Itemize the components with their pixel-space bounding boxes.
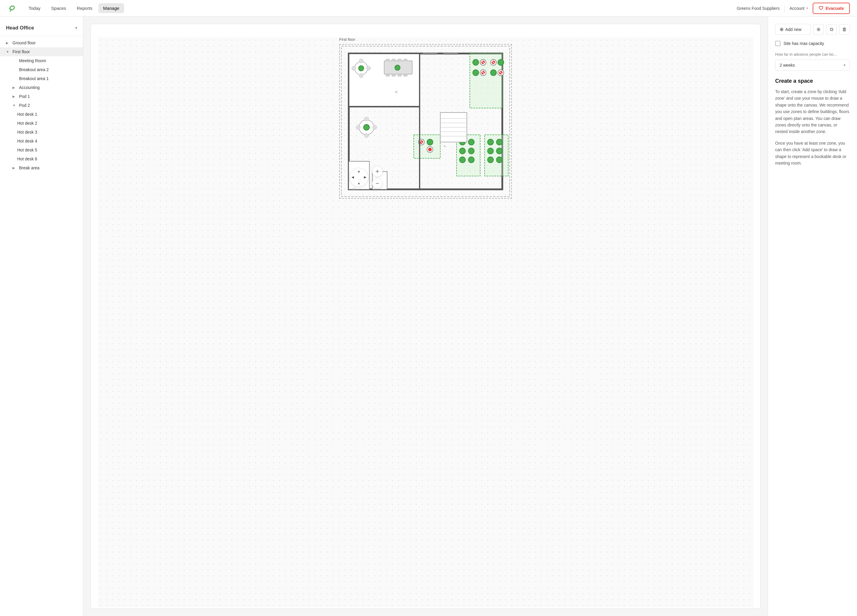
pan-down-button[interactable]: ▼ bbox=[357, 182, 360, 186]
advance-booking-select[interactable]: 2 weeks ▾ bbox=[775, 59, 850, 71]
sidebar-item-label: Hot desk 3 bbox=[17, 130, 37, 135]
nav-manage[interactable]: Manage bbox=[99, 3, 124, 13]
svg-point-48 bbox=[469, 148, 474, 154]
svg-rect-5 bbox=[391, 59, 396, 61]
svg-rect-8 bbox=[386, 74, 390, 76]
canvas-container[interactable]: First floor bbox=[90, 24, 761, 609]
add-new-label: Add new bbox=[785, 27, 801, 32]
sidebar-item-label: Hot desk 2 bbox=[17, 121, 37, 125]
zoom-controls: + − bbox=[372, 166, 383, 189]
sidebar-item-label: Break area bbox=[19, 166, 39, 170]
sidebar-item-hot-desk-6[interactable]: Hot desk 6 bbox=[0, 155, 83, 163]
shield-icon: 🛡 bbox=[818, 6, 823, 11]
sidebar-location-title: Head Office bbox=[6, 25, 34, 31]
create-space-description-1: To start, create a zone by clicking 'Add… bbox=[775, 88, 850, 135]
sidebar-title-row: Head Office ▾ bbox=[0, 23, 83, 36]
location-dropdown-arrow[interactable]: ▾ bbox=[75, 26, 77, 30]
company-name: Greens Food Suppliers bbox=[737, 6, 780, 11]
floor-plan[interactable]: ✕ bbox=[339, 44, 512, 199]
svg-rect-6 bbox=[398, 59, 402, 61]
tree-arrow-pod-1: ▶ bbox=[12, 94, 17, 99]
sidebar-item-label: Pod 2 bbox=[19, 103, 30, 108]
sidebar-item-hot-desk-2[interactable]: Hot desk 2 bbox=[0, 119, 83, 128]
zoom-in-button[interactable]: + bbox=[372, 166, 383, 177]
svg-point-52 bbox=[487, 139, 493, 145]
page-layout: Head Office ▾ ▶ Ground floor ▼ First flo… bbox=[0, 17, 857, 616]
sidebar-item-label: Ground floor bbox=[12, 40, 36, 45]
account-menu[interactable]: Account ▾ bbox=[789, 6, 808, 11]
floor-label: First floor bbox=[339, 37, 512, 42]
sidebar-item-pod-1[interactable]: ▶ Pod 1 bbox=[0, 92, 83, 101]
site-capacity-checkbox[interactable] bbox=[775, 41, 781, 46]
sidebar-item-ground-floor[interactable]: ▶ Ground floor bbox=[0, 39, 83, 47]
advance-booking-value: 2 weeks bbox=[780, 63, 795, 68]
create-space-title: Create a space bbox=[775, 78, 850, 84]
tree-arrow-ground-floor: ▶ bbox=[6, 41, 11, 45]
zoom-out-button[interactable]: − bbox=[372, 178, 383, 189]
svg-point-46 bbox=[469, 139, 474, 145]
sidebar-item-hot-desk-4[interactable]: Hot desk 4 bbox=[0, 136, 83, 145]
svg-rect-37 bbox=[414, 135, 440, 158]
tree-arrow-break-area: ▶ bbox=[12, 166, 17, 170]
sidebar-item-hot-desk-3[interactable]: Hot desk 3 bbox=[0, 128, 83, 136]
sidebar-item-label: Hot desk 6 bbox=[17, 156, 37, 161]
svg-point-70 bbox=[365, 117, 369, 121]
map-controls: ▲ ◀ ▶ ▼ + − bbox=[350, 166, 383, 189]
svg-point-21 bbox=[473, 59, 479, 65]
svg-point-56 bbox=[487, 157, 493, 163]
svg-point-69 bbox=[364, 124, 370, 130]
sidebar-item-label: First floor bbox=[12, 50, 30, 54]
tree-arrow-accounting: ▶ bbox=[12, 86, 17, 90]
pan-left-button[interactable]: ◀ bbox=[351, 175, 354, 179]
sidebar-item-first-floor[interactable]: ▼ First floor bbox=[0, 47, 83, 56]
svg-rect-10 bbox=[398, 74, 402, 76]
chevron-down-icon: ▾ bbox=[806, 6, 808, 10]
svg-rect-7 bbox=[404, 59, 408, 61]
evacuate-button[interactable]: 🛡 Evacuate bbox=[813, 3, 850, 14]
evacuate-label: Evacuate bbox=[826, 6, 844, 11]
sidebar-item-pod-2[interactable]: ▼ Pod 2 bbox=[0, 101, 83, 110]
sidebar-item-hot-desk-1[interactable]: Hot desk 1 bbox=[0, 110, 83, 119]
svg-point-71 bbox=[365, 134, 369, 138]
svg-point-43 bbox=[428, 148, 432, 151]
sidebar-item-meeting-room[interactable]: Meeting Room bbox=[0, 56, 83, 65]
sidebar-item-label: Hot desk 1 bbox=[17, 112, 37, 117]
nav-reports[interactable]: Reports bbox=[72, 3, 97, 13]
svg-point-33 bbox=[490, 70, 497, 76]
copy-icon: ⧉ bbox=[830, 27, 833, 32]
site-capacity-label[interactable]: Site has max capacity bbox=[783, 41, 824, 46]
site-capacity-row: Site has max capacity bbox=[775, 41, 850, 46]
add-new-button[interactable]: ⊕ Add new bbox=[775, 24, 811, 35]
sidebar-item-breakout-area-2[interactable]: Breakout area 2 bbox=[0, 65, 83, 74]
sidebar-item-break-area[interactable]: ▶ Break area bbox=[0, 163, 83, 172]
sidebar-item-label: Hot desk 5 bbox=[17, 148, 37, 152]
svg-text:✕: ✕ bbox=[394, 90, 398, 94]
select-chevron-icon: ▾ bbox=[844, 63, 845, 67]
pan-control[interactable]: ▲ ◀ ▶ ▼ bbox=[350, 168, 368, 187]
copy-tool-button[interactable]: ⧉ bbox=[826, 24, 837, 35]
pan-right-button[interactable]: ▶ bbox=[364, 175, 366, 179]
sidebar-item-label: Breakout area 2 bbox=[19, 67, 49, 72]
tree-arrow-first-floor: ▼ bbox=[6, 50, 11, 54]
svg-point-16 bbox=[359, 73, 364, 78]
panel-toolbar: ⊕ Add new ⊕ ⧉ 🗑 bbox=[775, 24, 850, 35]
svg-point-49 bbox=[459, 157, 466, 163]
svg-point-17 bbox=[352, 66, 356, 70]
target-tool-button[interactable]: ⊕ bbox=[813, 24, 824, 35]
sidebar-item-hot-desk-5[interactable]: Hot desk 5 bbox=[0, 145, 83, 155]
svg-rect-11 bbox=[404, 74, 408, 76]
delete-tool-button[interactable]: 🗑 bbox=[839, 24, 850, 35]
nav-spaces[interactable]: Spaces bbox=[46, 3, 71, 13]
svg-point-55 bbox=[497, 148, 502, 154]
sidebar-item-breakout-area-1[interactable]: Breakout area 1 bbox=[0, 74, 83, 83]
svg-text:✕: ✕ bbox=[443, 145, 446, 148]
svg-point-47 bbox=[459, 148, 466, 154]
svg-rect-77 bbox=[443, 53, 458, 55]
sidebar-item-label: Meeting Room bbox=[19, 58, 46, 63]
nav-divider bbox=[784, 5, 785, 12]
nav-today[interactable]: Today bbox=[24, 3, 45, 13]
sidebar-item-accounting[interactable]: ▶ Accounting bbox=[0, 83, 83, 92]
account-label: Account bbox=[789, 6, 804, 11]
pan-up-button[interactable]: ▲ bbox=[357, 169, 360, 173]
floor-canvas[interactable]: First floor bbox=[98, 37, 753, 607]
